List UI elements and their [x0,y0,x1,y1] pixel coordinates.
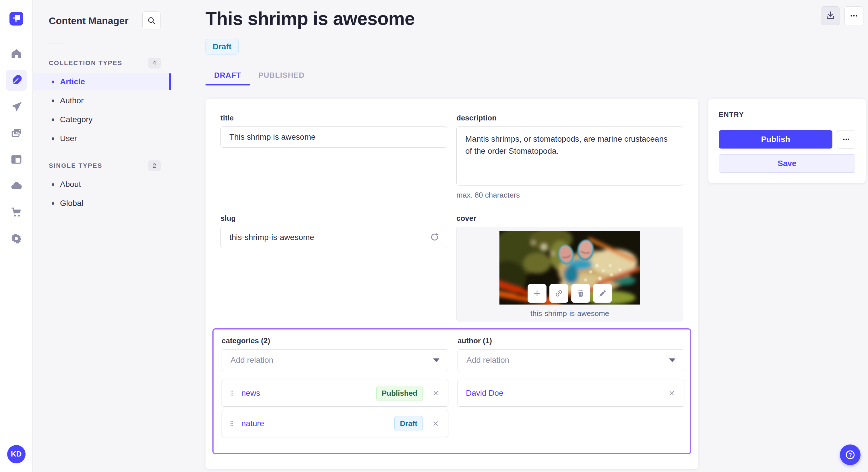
section-count-badge: 2 [148,160,161,171]
bullet-icon [52,119,54,121]
sidebar-item-label: Author [60,96,84,105]
download-button[interactable] [821,6,840,25]
delete-media-button[interactable] [571,284,590,303]
relation-item-news: news Published [222,380,448,407]
add-media-button[interactable] [528,284,547,303]
bullet-icon [52,137,54,140]
sidebar-item-label: About [60,180,81,189]
sidebar-section-collection-types: COLLECTION TYPES 4 Article Author Catego… [33,55,171,147]
close-icon [668,389,676,398]
entry-more-button[interactable] [837,130,856,148]
sidebar-item-label: Global [60,199,83,208]
sidebar-item-article[interactable]: Article [33,73,171,90]
relation-link[interactable]: news [241,389,260,398]
author-label: author (1) [458,336,684,345]
add-relation-placeholder: Add relation [230,356,273,365]
chevron-down-icon [433,359,439,362]
link-icon [554,289,563,298]
relations-component: categories (2) Add relation news [212,328,691,454]
author-field: author (1) Add relation David Doe [458,336,684,437]
remove-relation-button[interactable] [668,389,676,398]
title-label: title [220,113,447,123]
relation-link[interactable]: nature [241,419,264,428]
layout-icon[interactable] [6,149,27,170]
remove-relation-button[interactable] [431,389,440,398]
drag-handle-icon[interactable] [230,420,234,427]
save-button[interactable]: Save [719,154,856,173]
slug-input[interactable] [220,227,447,248]
download-icon [825,11,836,21]
search-button[interactable] [143,11,161,30]
description-input[interactable]: Mantis shrimps, or stomatopods, are mari… [456,127,683,186]
edit-form-card: title description Mantis shrimps, or sto… [206,99,698,469]
description-label: description [456,113,683,123]
remove-relation-button[interactable] [431,419,440,428]
slug-field: slug [220,214,447,322]
sidebar-item-category[interactable]: Category [33,111,171,128]
cover-field: cover [456,214,683,322]
strapi-logo[interactable] [9,12,23,26]
more-dots-icon [842,135,851,144]
sidebar-item-user[interactable]: User [33,130,171,147]
home-icon[interactable] [6,43,27,64]
bullet-icon [52,80,54,83]
sidebar-divider [49,43,63,44]
section-label: SINGLE TYPES [49,162,102,169]
nav-rail-footer: KD [0,436,32,472]
sidebar-title: Content Manager [49,15,129,26]
edit-media-button[interactable] [593,284,612,303]
bullet-icon [52,202,54,205]
bullet-icon [52,100,54,102]
tab-draft[interactable]: DRAFT [206,67,250,86]
plus-icon [532,289,541,298]
relation-item-nature: nature Draft [222,410,448,437]
search-icon [147,16,156,26]
slug-label: slug [220,214,447,223]
cart-icon[interactable] [6,202,27,223]
cover-filename: this-shrimp-is-awesome [530,309,609,318]
more-options-button[interactable] [844,6,863,25]
close-icon [431,389,440,398]
refresh-icon[interactable] [429,232,440,243]
feather-icon[interactable] [6,70,27,91]
categories-field: categories (2) Add relation news [222,336,448,437]
cover-label: cover [456,214,683,223]
author-add-relation-select[interactable]: Add relation [458,349,684,371]
page-title: This shrimp is awesome [206,8,866,29]
sidebar: Content Manager COLLECTION TYPES 4 Artic… [33,0,172,472]
avatar[interactable]: KD [7,445,26,463]
title-input[interactable] [220,127,447,148]
sidebar-section-single-types: SINGLE TYPES 2 About Global [33,158,171,212]
draft-status-badge: Draft [394,416,423,431]
relation-item-david-doe: David Doe [458,380,684,407]
sidebar-item-label: User [60,134,77,143]
status-badge: Draft [206,39,239,55]
sidebar-item-about[interactable]: About [33,176,171,193]
section-label: COLLECTION TYPES [49,59,122,67]
description-hint: max. 80 characters [456,191,683,200]
categories-label: categories (2) [222,336,448,345]
sidebar-item-label: Article [60,77,85,86]
entry-panel: ENTRY Publish Save [708,99,866,183]
media-library-icon[interactable] [6,123,27,143]
tab-published[interactable]: PUBLISHED [250,67,313,86]
help-button[interactable]: ? [840,444,861,465]
sidebar-item-label: Category [60,115,93,124]
sidebar-item-author[interactable]: Author [33,92,171,109]
strapi-logo-icon [9,12,23,26]
sidebar-item-global[interactable]: Global [33,195,171,212]
main-content: This shrimp is awesome Draft DRAFT PUBLI… [172,0,868,472]
categories-add-relation-select[interactable]: Add relation [222,349,448,371]
paper-plane-icon[interactable] [6,96,27,117]
description-field: description Mantis shrimps, or stomatopo… [456,113,683,200]
cloud-icon[interactable] [6,175,27,196]
copy-link-button[interactable] [549,284,568,303]
relation-link[interactable]: David Doe [466,389,503,398]
close-icon [431,419,440,428]
gear-icon[interactable] [6,228,27,249]
more-dots-icon [849,11,859,21]
publish-button[interactable]: Publish [719,130,832,148]
chevron-down-icon [669,359,675,362]
drag-handle-icon[interactable] [230,390,234,396]
entry-panel-title: ENTRY [719,111,856,119]
